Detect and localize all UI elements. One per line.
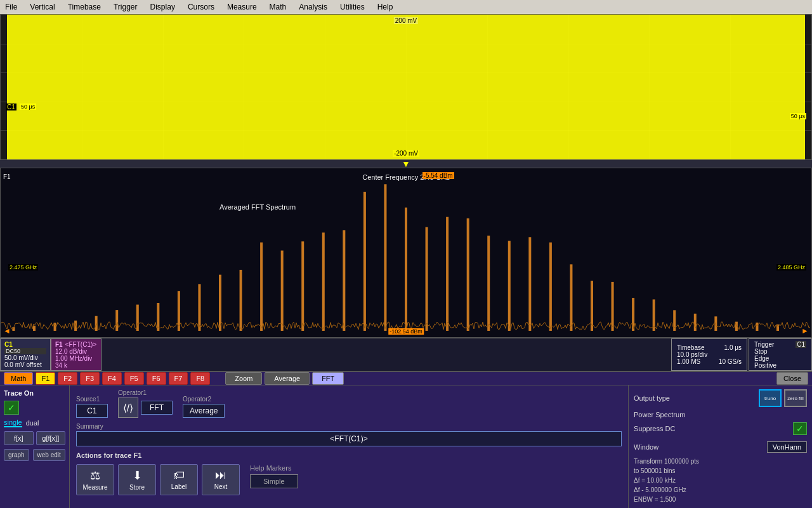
bottom-panel: Math F1 F2 F3 F4 F5 F6 F7 F8 Zoom Averag…	[0, 371, 812, 508]
dual-mode[interactable]: dual	[26, 419, 39, 427]
zero-fill-icon[interactable]: zero fill	[784, 389, 807, 407]
timebase-ms: 1.00 MS	[677, 358, 700, 365]
fft-right-marker-icon: ►	[801, 326, 809, 335]
divider: ▼	[0, 160, 812, 168]
graph-row: graph web edit	[4, 449, 65, 461]
menu-vertical[interactable]: Vertical	[27, 1, 57, 13]
next-icon: ⏭	[215, 469, 226, 482]
store-icon: ⬇	[133, 469, 142, 483]
trace-on-checkbox[interactable]: ✓	[4, 401, 19, 415]
timebase-section: Timebase 1.0 µs 10.0 ps/div 1.00 MS 10 G…	[671, 338, 747, 371]
fft-spectrum-canvas	[1, 168, 811, 337]
operator2-block: Operator2 Average	[183, 396, 225, 418]
average-tab[interactable]: Average	[265, 372, 310, 385]
graph-button[interactable]: graph	[4, 449, 29, 461]
voltage-bottom-label: -200 mV	[393, 150, 419, 157]
left-panel: Trace On ✓ single dual f[x] g[f[x]] grap…	[0, 385, 70, 508]
single-mode[interactable]: single	[4, 418, 22, 427]
menu-cursors[interactable]: Cursors	[185, 1, 217, 13]
menu-file[interactable]: File	[3, 1, 20, 13]
summary-block: Summary <FFT(C1)>	[76, 423, 622, 446]
vonhann-value[interactable]: VonHann	[767, 441, 807, 453]
timebase-nsdiv: 10.0 ps/div	[677, 351, 742, 358]
f1-label: F1	[55, 341, 63, 348]
menu-trigger[interactable]: Trigger	[111, 1, 140, 13]
actions-label: Actions for trace F1	[76, 451, 622, 459]
fft-freq-left-label: 2.475 GHz	[8, 264, 38, 271]
label-button[interactable]: 🏷 Label	[160, 464, 198, 495]
menubar: File Vertical Timebase Trigger Display C…	[0, 0, 812, 14]
next-button[interactable]: ⏭ Next	[202, 464, 240, 495]
menu-display[interactable]: Display	[148, 1, 178, 13]
measure-button[interactable]: ⚖ Measure	[76, 464, 114, 495]
f1-mhzdiv: 1.00 MHz/div	[55, 355, 97, 362]
power-spectrum-label: Power Spectrum	[634, 411, 685, 418]
f8-button[interactable]: F8	[190, 372, 210, 385]
source1-value[interactable]: C1	[76, 404, 108, 418]
output-type-label: Output type	[634, 394, 670, 402]
c1-label: C1	[4, 341, 46, 348]
menu-timebase[interactable]: Timebase	[65, 1, 103, 13]
c1-dc50: DC50	[4, 348, 46, 354]
f1-pts: 34 k	[55, 362, 97, 369]
window-label: Window	[634, 443, 658, 451]
voltage-top-label: 200 mV	[394, 17, 418, 24]
web-edit-button[interactable]: web edit	[33, 449, 65, 461]
fft-averaged-label: Averaged FFT Spectrum	[219, 203, 296, 211]
mode-row: single dual	[4, 418, 65, 427]
f7-button[interactable]: F7	[169, 372, 188, 385]
fx-button[interactable]: f[x]	[4, 431, 34, 445]
math-toolbar: Math F1 F2 F3 F4 F5 F6 F7 F8 Zoom Averag…	[0, 372, 812, 385]
close-button[interactable]: Close	[776, 372, 808, 385]
f1-button[interactable]: F1	[36, 372, 55, 385]
f3-button[interactable]: F3	[80, 372, 100, 385]
menu-analysis[interactable]: Analysis	[296, 1, 330, 13]
operator2-value[interactable]: Average	[183, 404, 225, 418]
f5-button[interactable]: F5	[124, 372, 144, 385]
trace-on-label: Trace On	[4, 389, 65, 397]
operator2-label: Operator2	[183, 396, 225, 403]
help-markers-block: Help Markers Simple	[250, 464, 298, 495]
summary-value: <FFT(C1)>	[76, 431, 622, 446]
transform-info: Transform 1000000 ptsto 500001 binsΔf = …	[634, 457, 807, 504]
fft-freq-right-label: 2.485 GHz	[776, 264, 806, 271]
store-button[interactable]: ⬇ Store	[118, 464, 156, 495]
f4-button[interactable]: F4	[102, 372, 122, 385]
gfx-button[interactable]: g[f[x]]	[36, 431, 66, 445]
math-button[interactable]: Math	[4, 372, 33, 385]
timebase-label: Timebase	[677, 344, 705, 351]
zoom-tab[interactable]: Zoom	[225, 372, 262, 385]
time-right-label: 50 µs	[790, 113, 806, 119]
channel-c1-label: C1	[6, 104, 16, 110]
operator1-block: Operator1 ⟨/⟩ FFT	[118, 389, 173, 418]
f1-fft: <FFT(C1)>	[65, 341, 96, 348]
f6-button[interactable]: F6	[147, 372, 166, 385]
suppress-dc-checkbox[interactable]: ✓	[793, 422, 807, 435]
fft-tab[interactable]: FFT	[312, 372, 344, 385]
trigger-edge: Edge	[754, 355, 806, 362]
operator1-icon[interactable]: ⟨/⟩	[118, 398, 138, 418]
c1-offset: 0.0 mV offset	[4, 361, 46, 368]
timebase-gs: 10 GS/s	[719, 358, 742, 365]
truno-icon[interactable]: truno	[759, 389, 782, 407]
operator1-value[interactable]: FFT	[141, 401, 173, 415]
source-operator-row: Source1 C1 Operator1 ⟨/⟩ FFT Operator2 A…	[76, 389, 622, 418]
menu-help[interactable]: Help	[375, 1, 396, 13]
channel-info-bar: C1 DC50 50.0 mV/div 0.0 mV offset F1 <FF…	[0, 338, 812, 371]
func-row: f[x] g[f[x]]	[4, 431, 65, 445]
menu-math[interactable]: Math	[267, 1, 289, 13]
trigger-positive: Positive	[754, 362, 806, 369]
measure-icon: ⚖	[90, 469, 100, 483]
yellow-waveform	[7, 15, 805, 159]
help-dropdown[interactable]: Simple	[250, 474, 298, 488]
suppress-dc-row: Suppress DC ✓	[634, 422, 807, 435]
time-left-label: 50 µs	[20, 104, 36, 110]
fft-f1-label: F1	[3, 173, 11, 180]
trigger-section: Trigger C1 Stop Edge Positive	[749, 338, 812, 371]
menu-measure[interactable]: Measure	[225, 1, 259, 13]
f2-button[interactable]: F2	[58, 372, 77, 385]
menu-utilities[interactable]: Utilities	[337, 1, 367, 13]
trigger-label: Trigger	[754, 341, 774, 348]
fft-left-marker-icon: ◄	[3, 326, 11, 335]
fft-waveform: Center Frequency 2.48 GHz -5.54 dBm Aver…	[0, 168, 812, 338]
